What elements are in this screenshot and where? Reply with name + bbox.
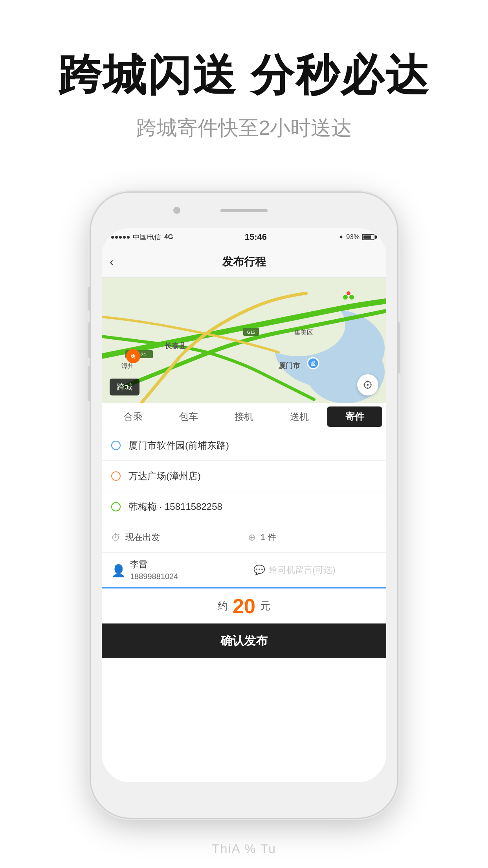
carrier-label: 中国电信: [133, 232, 161, 242]
count-icon: ⊕: [248, 532, 256, 543]
person-info: 李雷 18899881024: [130, 559, 253, 581]
signal-dot-4: [123, 236, 126, 239]
svg-text:漳州: 漳州: [121, 362, 134, 369]
map-svg: S1524 G15 长泰县 集美区 厦门市 漳州 起 终: [102, 278, 386, 403]
power-button: [397, 322, 400, 373]
watermark: ThiA % Tu: [212, 842, 276, 856]
contact-icon: [111, 502, 121, 511]
confirm-button[interactable]: 确认发布: [102, 623, 386, 658]
cross-city-badge: 跨城: [110, 379, 139, 395]
signal-dot-1: [111, 236, 114, 239]
mute-button: [88, 287, 91, 311]
svg-text:G15: G15: [247, 330, 255, 335]
person-icon: 👤: [111, 564, 124, 576]
hero-title: 跨城闪送 分秒必达: [0, 51, 488, 99]
person-phone: 18899881024: [130, 572, 253, 581]
tab-hecheng[interactable]: 合乘: [106, 403, 161, 430]
signal-dot-5: [127, 236, 130, 239]
tab-jijian[interactable]: 寄件: [327, 406, 382, 427]
status-left: 中国电信 4G: [111, 232, 173, 242]
phone-mockup: 中国电信 4G 15:46 ✦ 93% ‹: [91, 193, 397, 818]
signal-dot-2: [115, 236, 118, 239]
depart-col[interactable]: ⏱ 现在出发: [111, 531, 240, 543]
phone-shell: 中国电信 4G 15:46 ✦ 93% ‹: [91, 193, 397, 818]
price-bar: 约 20 元: [102, 587, 386, 623]
signal-dot-3: [119, 236, 122, 239]
svg-point-21: [367, 384, 369, 386]
svg-text:终: 终: [130, 354, 136, 359]
front-camera: [173, 207, 180, 214]
battery-fill: [363, 235, 371, 239]
volume-down-button: [88, 366, 91, 401]
tab-row: 合乘 包车 接机 送机 寄件: [102, 403, 386, 430]
form-area: 厦门市软件园(前埔东路) 万达广场(漳州店) 韩梅梅 · 15811582258…: [102, 430, 386, 587]
count-col[interactable]: ⊕ 1 件: [240, 531, 377, 543]
price-prefix: 约: [218, 599, 228, 613]
count-label: 1 件: [261, 531, 276, 543]
to-icon: [111, 471, 121, 481]
status-right: ✦ 93%: [338, 233, 377, 241]
from-location-text: 厦门市软件园(前埔东路): [128, 439, 229, 452]
phone-screen: 中国电信 4G 15:46 ✦ 93% ‹: [102, 228, 386, 782]
depart-label: 现在出发: [125, 531, 160, 543]
location-icon: ✦: [338, 233, 344, 241]
svg-point-17: [343, 295, 348, 300]
depart-count-row: ⏱ 现在出发 ⊕ 1 件: [102, 522, 386, 553]
speaker: [220, 209, 268, 212]
signal-icon: [111, 236, 130, 239]
crosshair-icon: [363, 380, 373, 390]
volume-up-button: [88, 322, 91, 358]
nav-bar: ‹ 发布行程: [102, 246, 386, 278]
person-note[interactable]: 💬 给司机留言(可选): [253, 564, 377, 576]
to-location-row[interactable]: 万达广场(漳州店): [102, 461, 386, 491]
clock-icon: ⏱: [111, 532, 121, 543]
map-area[interactable]: S1524 G15 长泰县 集美区 厦门市 漳州 起 终: [102, 278, 386, 403]
confirm-button-label: 确认发布: [220, 633, 268, 649]
nav-title: 发布行程: [222, 254, 266, 269]
price-unit: 元: [260, 599, 270, 613]
battery-pct: 93%: [346, 233, 360, 241]
svg-text:长泰县: 长泰县: [165, 342, 186, 350]
note-placeholder-text: 给司机留言(可选): [269, 564, 336, 576]
contact-row[interactable]: 韩梅梅 · 15811582258: [102, 491, 386, 522]
svg-point-18: [349, 295, 354, 300]
battery-icon: [362, 234, 377, 240]
battery-body: [362, 234, 374, 240]
from-location-row[interactable]: 厦门市软件园(前埔东路): [102, 430, 386, 461]
contact-text: 韩梅梅 · 15811582258: [128, 500, 222, 513]
location-button[interactable]: [357, 374, 378, 395]
tab-jieji[interactable]: 接机: [216, 403, 272, 430]
back-button[interactable]: ‹: [110, 255, 114, 268]
hero-section: 跨城闪送 分秒必达 跨城寄件快至2小时送达: [0, 0, 488, 142]
from-icon: [111, 441, 121, 450]
network-label: 4G: [164, 233, 173, 241]
person-row: 👤 李雷 18899881024 💬 给司机留言(可选): [102, 553, 386, 587]
status-bar: 中国电信 4G 15:46 ✦ 93%: [102, 228, 386, 246]
svg-text:起: 起: [310, 361, 316, 366]
person-name: 李雷: [130, 559, 253, 570]
time-label: 15:46: [245, 232, 267, 242]
svg-text:厦门市: 厦门市: [278, 361, 300, 370]
battery-tip: [375, 235, 377, 239]
tab-songji[interactable]: 送机: [272, 403, 327, 430]
svg-text:集美区: 集美区: [294, 329, 313, 336]
price-amount: 20: [233, 594, 255, 618]
to-location-text: 万达广场(漳州店): [128, 470, 201, 482]
comment-icon: 💬: [253, 565, 265, 576]
hero-subtitle: 跨城寄件快至2小时送达: [0, 114, 488, 142]
svg-point-19: [347, 291, 350, 295]
tab-baocher[interactable]: 包车: [161, 403, 216, 430]
